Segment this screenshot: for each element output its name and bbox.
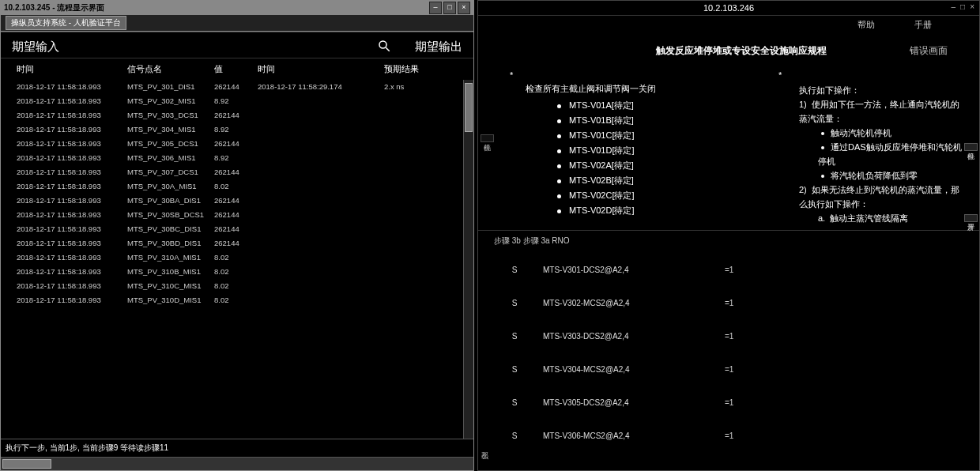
action-row[interactable]: SMTS-V306-MCS2@A2,4=1 <box>510 419 963 452</box>
right-title-ip: 10.2.103.246 <box>703 3 754 13</box>
instr-1a: 触动汽轮机停机 <box>794 126 963 140</box>
pane-title-input: 期望输入 <box>12 40 59 55</box>
th-result: 预期结果 <box>384 63 464 75</box>
status-text: 执行下一步, 当前1步, 当前步骤9 等待读步骤11 <box>6 443 168 454</box>
left-pane-header: 期望输入 期望输出 <box>1 32 473 58</box>
table-body: 2018-12-17 11:58:18.993MTS_PV_301_DIS126… <box>1 80 473 439</box>
table-row[interactable]: 2018-12-17 11:58:18.993MTS_PV_310D_MIS18… <box>1 293 463 307</box>
doc-header: 触发反应堆停堆或专设安全设施响应规程 错误画面 <box>478 40 979 62</box>
right-titlebar[interactable]: 10.2.103.246 – □ × <box>478 1 979 16</box>
minimize-icon[interactable]: – <box>952 2 956 11</box>
table-row[interactable]: 2018-12-17 11:58:18.993MTS_PV_30BC_DIS12… <box>1 222 463 236</box>
search-icon[interactable] <box>377 39 391 55</box>
valve-item: MTS-V01D[待定] <box>526 143 763 158</box>
menu-help[interactable]: 帮助 <box>858 19 875 36</box>
table-row[interactable]: 2018-12-17 11:58:18.993MTS_PV_310B_MIS18… <box>1 265 463 279</box>
close-icon[interactable]: × <box>458 2 470 14</box>
instr-2: 2) 如果无法终止到汽轮机的蒸汽流量，那么执行如下操作： <box>794 183 963 211</box>
instruction-section: * 执行如下操作： 1) 使用如下任一方法，终止通向汽轮机的蒸汽流量： 触动汽轮… <box>794 70 963 225</box>
vertical-scrollbar[interactable] <box>463 80 473 439</box>
table-row[interactable]: 2018-12-17 11:58:18.993MTS_PV_301_DIS126… <box>1 80 463 94</box>
table-row[interactable]: 2018-12-17 11:58:18.993MTS_PV_310C_MIS18… <box>1 279 463 293</box>
action-row[interactable]: SMTS-V303-DCS2@A2,4=1 <box>510 319 963 352</box>
right-menu: 帮助 手册 <box>478 16 979 40</box>
maximize-icon[interactable]: □ <box>443 2 456 14</box>
table-row[interactable]: 2018-12-17 11:58:18.993MTS_PV_304_MIS18.… <box>1 122 463 137</box>
table-headers: 时间 信号点名 值 时间 预期结果 <box>1 58 473 80</box>
step-info: 步骤 3b 步骤 3a RNO <box>478 231 979 253</box>
th-time2: 时间 <box>258 63 384 75</box>
doc-title: 触发反应堆停堆或专设安全设施响应规程 <box>573 44 910 58</box>
doc-upper: * 检查所有主截止阀和调节阀一关闭 MTS-V01A[待定]MTS-V01B[待… <box>478 62 979 231</box>
valve-section: * 检查所有主截止阀和调节阀一关闭 MTS-V01A[待定]MTS-V01B[待… <box>526 70 763 225</box>
instr-title: 执行如下操作： <box>794 83 963 97</box>
action-list: SMTS-V301-DCS2@A2,4=1SMTS-V302-MCS2@A2,4… <box>478 253 979 470</box>
th-point: 信号点名 <box>127 63 214 75</box>
table-row[interactable]: 2018-12-17 11:58:18.993MTS_PV_305_DCS126… <box>1 137 463 151</box>
table-row[interactable]: 2018-12-17 11:58:18.993MTS_PV_307_DCS126… <box>1 165 463 179</box>
table-row[interactable]: 2018-12-17 11:58:18.993MTS_PV_30BD_DIS12… <box>1 236 463 251</box>
valve-item: MTS-V02C[待定] <box>526 188 763 203</box>
table-row[interactable]: 2018-12-17 11:58:18.993MTS_PV_30A_MIS18.… <box>1 179 463 194</box>
action-row[interactable]: SMTS-V301-DCS2@A2,4=1 <box>510 253 963 286</box>
horizontal-scrollbar[interactable] <box>1 457 473 470</box>
action-row[interactable]: SMTS-V305-DCS2@A2,4=1 <box>510 386 963 419</box>
mid-side-tab[interactable]: 机停 <box>481 134 494 142</box>
svg-line-1 <box>386 47 390 51</box>
valve-section-title: 检查所有主截止阀和调节阀一关闭 <box>526 83 763 95</box>
table-row[interactable]: 2018-12-17 11:58:18.993MTS_PV_30BA_DIS12… <box>1 194 463 208</box>
table-row[interactable]: 2018-12-17 11:58:18.993MTS_PV_310A_MIS18… <box>1 251 463 265</box>
right-window: 10.2.103.246 – □ × 帮助 手册 触发反应堆停堆或专设安全设施响… <box>477 0 980 471</box>
scrollbar-thumb[interactable] <box>465 83 473 132</box>
valve-item: MTS-V01B[待定] <box>526 113 763 128</box>
left-subtitle: 操纵员支持系统 - 人机验证平台 <box>6 16 126 30</box>
instr-1b: 通过DAS触动反应堆停堆和汽轮机停机 <box>794 140 963 168</box>
status-bar: 执行下一步, 当前1步, 当前步骤9 等待读步骤11 <box>1 439 473 457</box>
pane-title-output: 期望输出 <box>415 40 462 55</box>
close-icon[interactable]: × <box>970 2 974 11</box>
side-tab-a[interactable]: 机停 <box>964 143 978 151</box>
maximize-icon[interactable]: □ <box>960 2 965 11</box>
valve-item: MTS-V02A[待定] <box>526 158 763 173</box>
side-tab-b[interactable]: 屏开 <box>964 214 978 222</box>
action-row[interactable]: SMTS-V304-MCS2@A2,4=1 <box>510 352 963 386</box>
left-titlebar[interactable]: 10.2.103.245 - 流程显示界面 – □ × <box>1 1 473 15</box>
svg-point-0 <box>379 41 386 48</box>
instr-1c: 将汽轮机负荷降低到零 <box>794 168 963 183</box>
action-row[interactable]: SMTS-V302-MCS2@A2,4=1 <box>510 286 963 319</box>
menu-manual[interactable]: 手册 <box>914 19 932 36</box>
left-subtitle-bar: 操纵员支持系统 - 人机验证平台 <box>1 15 473 32</box>
table-row[interactable]: 2018-12-17 11:58:18.993MTS_PV_303_DCS126… <box>1 108 463 122</box>
minimize-icon[interactable]: – <box>429 2 442 14</box>
hscroll-thumb[interactable] <box>2 459 51 469</box>
left-title: 10.2.103.245 - 流程显示界面 <box>4 2 104 13</box>
table-row[interactable]: 2018-12-17 11:58:18.993MTS_PV_306_MIS18.… <box>1 151 463 165</box>
instr-2a: a. 触动主蒸汽管线隔离 <box>794 211 963 225</box>
valve-item: MTS-V01C[待定] <box>526 128 763 143</box>
th-value: 值 <box>214 63 258 75</box>
table-row[interactable]: 2018-12-17 11:58:18.993MTS_PV_302_MIS18.… <box>1 94 463 108</box>
valve-item: MTS-V01A[待定] <box>526 98 763 113</box>
left-window: 10.2.103.245 - 流程显示界面 – □ × 操纵员支持系统 - 人机… <box>0 0 474 471</box>
instr-1: 1) 使用如下任一方法，终止通向汽轮机的蒸汽流量： <box>794 97 963 126</box>
valve-item: MTS-V02D[待定] <box>526 203 763 218</box>
error-screen-link[interactable]: 错误画面 <box>910 44 948 58</box>
th-time: 时间 <box>17 63 127 75</box>
valve-item: MTS-V02B[待定] <box>526 173 763 188</box>
table-row[interactable]: 2018-12-17 11:58:18.993MTS_PV_30SB_DCS12… <box>1 208 463 222</box>
